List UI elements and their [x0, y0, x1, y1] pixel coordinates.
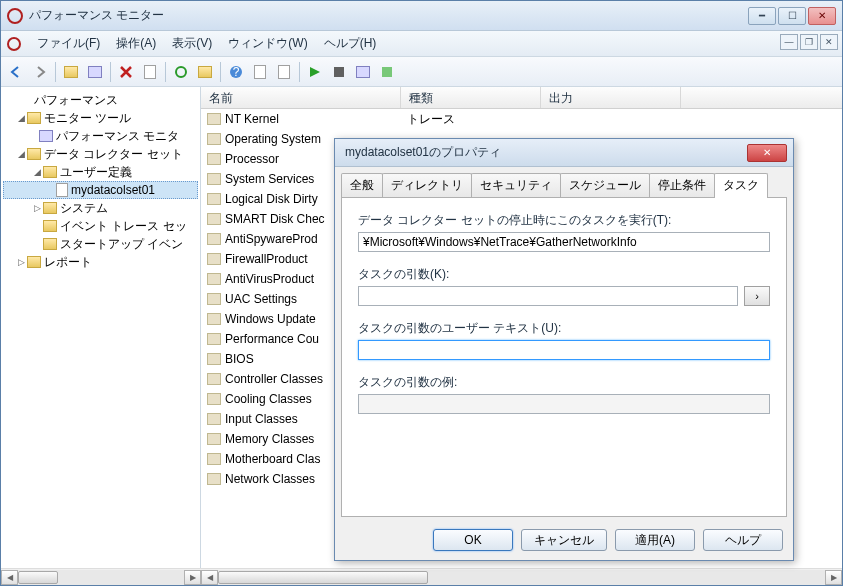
col-name[interactable]: 名前 — [201, 87, 401, 108]
cancel-button[interactable]: キャンセル — [521, 529, 607, 551]
dialog-title: mydatacolset01のプロパティ — [341, 144, 747, 161]
toolbar-button-2[interactable] — [249, 61, 271, 83]
task-args-example-label: タスクの引数の例: — [358, 374, 770, 391]
stop-button[interactable] — [328, 61, 350, 83]
list-item-name: Logical Disk Dirty — [225, 192, 318, 206]
tree-perf-monitor[interactable]: パフォーマンス モニタ — [3, 127, 198, 145]
list-item-icon — [207, 113, 221, 125]
refresh-button[interactable] — [170, 61, 192, 83]
list-item-icon — [207, 313, 221, 325]
tab-security[interactable]: セキュリティ — [471, 173, 561, 197]
task-user-text-label: タスクの引数のユーザー テキスト(U): — [358, 320, 770, 337]
list-item-icon — [207, 253, 221, 265]
tree-startup-event[interactable]: スタートアップ イベン — [3, 235, 198, 253]
maximize-button[interactable]: ☐ — [778, 7, 806, 25]
titlebar: パフォーマンス モニター ━ ☐ ✕ — [1, 1, 842, 31]
toolbar: ? — [1, 57, 842, 87]
tree-root[interactable]: パフォーマンス — [3, 91, 198, 109]
toolbar-button-4[interactable] — [352, 61, 374, 83]
menu-file[interactable]: ファイル(F) — [29, 32, 108, 55]
tab-task[interactable]: タスク — [714, 173, 768, 198]
tab-stop[interactable]: 停止条件 — [649, 173, 715, 197]
window-controls: ━ ☐ ✕ — [748, 7, 836, 25]
menu-action[interactable]: 操作(A) — [108, 32, 164, 55]
tree-dcs[interactable]: ◢データ コレクター セット — [3, 145, 198, 163]
list-item-name: NT Kernel — [225, 112, 279, 126]
apply-button[interactable]: 適用(A) — [615, 529, 695, 551]
list-item-name: Controller Classes — [225, 372, 323, 386]
tree-scrollbar[interactable]: ◀▶ — [1, 568, 201, 585]
list-item-name: System Services — [225, 172, 314, 186]
list-item-icon — [207, 153, 221, 165]
list-item-name: AntiSpywareProd — [225, 232, 318, 246]
list-item-name: Windows Update — [225, 312, 316, 326]
task-args-browse-button[interactable]: › — [744, 286, 770, 306]
tab-general[interactable]: 全般 — [341, 173, 383, 197]
task-user-text-input[interactable] — [358, 340, 770, 360]
properties-button[interactable] — [84, 61, 106, 83]
list-item-name: FirewallProduct — [225, 252, 308, 266]
back-button[interactable] — [5, 61, 27, 83]
help-button[interactable]: ? — [225, 61, 247, 83]
list-item-name: Network Classes — [225, 472, 315, 486]
tree-user-defined[interactable]: ◢ユーザー定義 — [3, 163, 198, 181]
close-button[interactable]: ✕ — [808, 7, 836, 25]
tree-event-trace[interactable]: イベント トレース セッ — [3, 217, 198, 235]
task-args-input[interactable] — [358, 286, 738, 306]
delete-button[interactable] — [115, 61, 137, 83]
list-item-type: トレース — [401, 109, 541, 130]
export-button[interactable] — [194, 61, 216, 83]
col-type[interactable]: 種類 — [401, 87, 541, 108]
forward-button[interactable] — [29, 61, 51, 83]
list-item-name: AntiVirusProduct — [225, 272, 314, 286]
dialog-buttons: OK キャンセル 適用(A) ヘルプ — [335, 523, 793, 557]
toolbar-button-5[interactable] — [376, 61, 398, 83]
list-item-icon — [207, 333, 221, 345]
col-output[interactable]: 出力 — [541, 87, 681, 108]
window-title: パフォーマンス モニター — [29, 7, 748, 24]
mdi-close[interactable]: ✕ — [820, 34, 838, 50]
task-args-label: タスクの引数(K): — [358, 266, 738, 283]
properties-dialog: mydatacolset01のプロパティ ✕ 全般 ディレクトリ セキュリティ … — [334, 138, 794, 561]
list-item-icon — [207, 293, 221, 305]
tab-schedule[interactable]: スケジュール — [560, 173, 650, 197]
show-hide-tree-button[interactable] — [60, 61, 82, 83]
menu-view[interactable]: 表示(V) — [164, 32, 220, 55]
tree-system[interactable]: ▷システム — [3, 199, 198, 217]
list-item-icon — [207, 413, 221, 425]
list-item-name: Input Classes — [225, 412, 298, 426]
list-item-name: SMART Disk Chec — [225, 212, 325, 226]
mdi-restore[interactable]: ❐ — [800, 34, 818, 50]
menu-help[interactable]: ヘルプ(H) — [316, 32, 385, 55]
dialog-close-button[interactable]: ✕ — [747, 144, 787, 162]
help-button[interactable]: ヘルプ — [703, 529, 783, 551]
list-item-icon — [207, 393, 221, 405]
mdi-controls: ― ❐ ✕ — [780, 34, 838, 50]
minimize-button[interactable]: ━ — [748, 7, 776, 25]
tab-directory[interactable]: ディレクトリ — [382, 173, 472, 197]
list-scrollbar[interactable]: ◀▶ — [201, 568, 842, 585]
tree-panel: パフォーマンス ◢モニター ツール パフォーマンス モニタ ◢データ コレクター… — [1, 87, 201, 585]
list-item-icon — [207, 453, 221, 465]
list-item-icon — [207, 473, 221, 485]
toolbar-button-3[interactable] — [273, 61, 295, 83]
list-item-name: Memory Classes — [225, 432, 314, 446]
list-row[interactable]: NT Kernelトレース — [201, 109, 842, 129]
list-item-name: Operating System — [225, 132, 321, 146]
list-item-icon — [207, 273, 221, 285]
toolbar-button-1[interactable] — [139, 61, 161, 83]
tree-mydatacolset[interactable]: mydatacolset01 — [3, 181, 198, 199]
start-button[interactable] — [304, 61, 326, 83]
tab-content-task: データ コレクター セットの停止時にこのタスクを実行(T): タスクの引数(K)… — [341, 197, 787, 517]
list-item-icon — [207, 233, 221, 245]
tree-monitor-tools[interactable]: ◢モニター ツール — [3, 109, 198, 127]
menu-window[interactable]: ウィンドウ(W) — [220, 32, 315, 55]
mdi-minimize[interactable]: ― — [780, 34, 798, 50]
list-item-name: Performance Cou — [225, 332, 319, 346]
list-item-name: Cooling Classes — [225, 392, 312, 406]
ok-button[interactable]: OK — [433, 529, 513, 551]
tree-reports[interactable]: ▷レポート — [3, 253, 198, 271]
task-run-input[interactable] — [358, 232, 770, 252]
navigation-tree: パフォーマンス ◢モニター ツール パフォーマンス モニタ ◢データ コレクター… — [1, 87, 200, 275]
svg-point-0 — [176, 67, 186, 77]
